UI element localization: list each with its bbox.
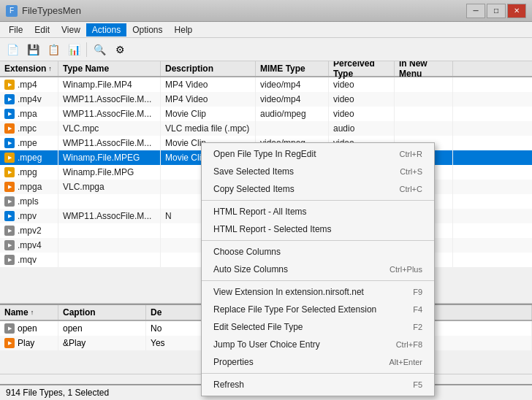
- ctx-item-shortcut: F5: [413, 380, 422, 389]
- ctx-menu-item[interactable]: Jump To User Choice Entry Ctrl+F8: [202, 336, 434, 353]
- bottom-cell-desc: No: [146, 321, 205, 336]
- cell-type: WMP11.AssocFile.M...: [58, 92, 161, 107]
- ctx-item-shortcut: Ctrl+R: [400, 150, 422, 158]
- ctx-menu-item[interactable]: Refresh F5: [202, 376, 434, 393]
- toolbar-settings[interactable]: ⚙: [110, 40, 129, 59]
- file-icon: ▶: [4, 109, 15, 119]
- toolbar-save[interactable]: 💾: [23, 40, 42, 59]
- table-header: Extension ↑ Type Name Description MIME T…: [0, 61, 532, 77]
- ctx-item-label: Properties: [213, 357, 389, 367]
- ctx-separator: [202, 373, 434, 374]
- ctx-menu-item[interactable]: Auto Size Columns Ctrl+Plus: [202, 261, 434, 278]
- ctx-item-shortcut: Ctrl+S: [400, 167, 422, 176]
- toolbar-search[interactable]: 🔍: [90, 40, 109, 59]
- cell-desc: MP4 Video: [161, 77, 256, 92]
- bottom-cell-desc: Yes: [146, 336, 205, 350]
- ctx-menu-item[interactable]: Save Selected Items Ctrl+S: [202, 163, 434, 180]
- cell-type: WMP11.AssocFile.M...: [58, 209, 161, 223]
- cell-ext: ▶ .mpg: [0, 165, 58, 180]
- header-perceived[interactable]: Perceived Type: [329, 61, 395, 76]
- table-row[interactable]: ▶ .mpa WMP11.AssocFile.M... Movie Clip a…: [0, 107, 532, 121]
- ctx-menu-item[interactable]: View Extension In extension.nirsoft.net …: [202, 283, 434, 301]
- close-button[interactable]: ✕: [507, 4, 526, 18]
- menu-view[interactable]: View: [56, 23, 86, 36]
- file-icon: ▶: [4, 182, 15, 192]
- cell-desc: MP4 Video: [161, 92, 256, 107]
- menu-help[interactable]: Help: [169, 23, 199, 36]
- bottom-cell-name: ▶ Play: [0, 336, 58, 350]
- cell-desc: Movie Clip: [161, 107, 256, 121]
- toolbar-new[interactable]: 📄: [3, 40, 22, 59]
- table-row[interactable]: ▶ .mpc VLC.mpc VLC media file (.mpc) aud…: [0, 121, 532, 136]
- cell-ext: ▶ .mpls: [0, 194, 58, 209]
- bottom-header-name[interactable]: Name ↑: [0, 305, 58, 320]
- minimize-button[interactable]: ─: [466, 4, 485, 18]
- menu-edit[interactable]: Edit: [28, 23, 56, 36]
- file-icon: ▶: [4, 226, 15, 236]
- header-mime[interactable]: MIME Type: [256, 61, 329, 76]
- cell-ext: ▶ .mpc: [0, 121, 58, 136]
- ctx-item-label: Auto Size Columns: [213, 264, 390, 274]
- ctx-menu-item[interactable]: Properties Alt+Enter: [202, 353, 434, 371]
- cell-mime: [256, 121, 329, 136]
- cell-type: WMP11.AssocFile.M...: [58, 136, 161, 150]
- cell-newmenu: [395, 77, 453, 92]
- ctx-item-label: Copy Selected Items: [213, 184, 400, 194]
- cell-ext: ▶ .mpe: [0, 136, 58, 150]
- cell-type: VLC.mpc: [58, 121, 161, 136]
- bottom-header-desc[interactable]: De: [146, 305, 205, 320]
- file-icon: ▶: [4, 240, 15, 250]
- cell-desc: VLC media file (.mpc): [161, 121, 256, 136]
- ctx-item-label: Replace File Type For Selected Extension: [213, 304, 413, 315]
- toolbar-copy[interactable]: 📋: [44, 40, 63, 59]
- ctx-item-shortcut: F2: [413, 323, 422, 331]
- title-bar-left: F FileTypesMen: [6, 5, 81, 17]
- table-row[interactable]: ▶ .mp4 Winamp.File.MP4 MP4 Video video/m…: [0, 77, 532, 92]
- ctx-item-shortcut: Ctrl+F8: [396, 340, 422, 349]
- file-icon: ▶: [4, 94, 15, 104]
- ctx-item-shortcut: Ctrl+Plus: [390, 265, 422, 274]
- bottom-header-caption[interactable]: Caption: [58, 305, 146, 320]
- cell-ext: ▶ .mp4v: [0, 92, 58, 107]
- ctx-item-label: Open File Type In RegEdit: [213, 149, 400, 159]
- cell-perceived: video: [329, 92, 395, 107]
- file-icon: ▶: [4, 153, 15, 163]
- cell-newmenu: [395, 92, 453, 107]
- title-bar-text: FileTypesMen: [22, 5, 81, 16]
- menu-file[interactable]: File: [3, 23, 28, 36]
- cell-type: [58, 194, 161, 209]
- ctx-menu-item[interactable]: Replace File Type For Selected Extension…: [202, 301, 434, 318]
- cell-ext: ▶ .mpga: [0, 180, 58, 194]
- header-type[interactable]: Type Name: [58, 61, 161, 76]
- ctx-menu-item[interactable]: Copy Selected Items Ctrl+C: [202, 180, 434, 198]
- menu-options[interactable]: Options: [126, 23, 168, 36]
- ctx-menu-item[interactable]: HTML Report - Selected Items: [202, 220, 434, 238]
- ctx-menu-item[interactable]: Choose Columns: [202, 243, 434, 261]
- header-desc[interactable]: Description: [161, 61, 256, 76]
- ctx-item-label: Save Selected Items: [213, 166, 400, 177]
- cell-type: WMP11.AssocFile.M...: [58, 107, 161, 121]
- ctx-item-shortcut: F4: [413, 305, 422, 314]
- menu-actions[interactable]: Actions: [86, 23, 126, 36]
- ctx-menu-item[interactable]: Edit Selected File Type F2: [202, 318, 434, 336]
- ctx-separator: [202, 240, 434, 241]
- menu-bar: File Edit View Actions Options Help: [0, 22, 532, 38]
- ctx-separator: [202, 280, 434, 281]
- ctx-menu-item[interactable]: Open File Type In RegEdit Ctrl+R: [202, 145, 434, 163]
- context-menu: Open File Type In RegEdit Ctrl+R Save Se…: [201, 142, 435, 396]
- cell-type: [58, 253, 161, 267]
- ctx-item-shortcut: Ctrl+C: [400, 185, 422, 193]
- bottom-icon: ▶: [4, 323, 15, 334]
- header-newmenu[interactable]: In New Menu: [395, 61, 453, 76]
- maximize-button[interactable]: □: [487, 4, 506, 18]
- table-row[interactable]: ▶ .mp4v WMP11.AssocFile.M... MP4 Video v…: [0, 92, 532, 107]
- toolbar: 📄 💾 📋 📊 🔍 ⚙: [0, 38, 532, 61]
- toolbar-report[interactable]: 📊: [64, 40, 83, 59]
- cell-mime: audio/mpeg: [256, 107, 329, 121]
- ctx-menu-item[interactable]: HTML Report - All Items: [202, 203, 434, 220]
- ctx-item-label: HTML Report - All Items: [213, 207, 422, 217]
- cell-ext: ▶ .mpv: [0, 209, 58, 223]
- cell-type: Winamp.File.MPG: [58, 165, 161, 180]
- cell-newmenu: [395, 121, 453, 136]
- header-extension[interactable]: Extension ↑: [0, 61, 58, 76]
